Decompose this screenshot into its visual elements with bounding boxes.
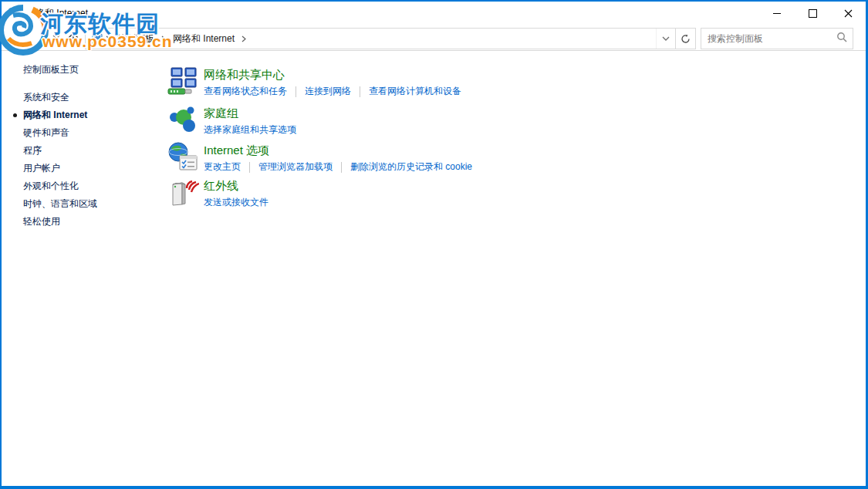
address-bar[interactable]: 控制面板 网络和 Internet	[85, 28, 696, 49]
location-icon	[91, 33, 103, 45]
task-view-network-status[interactable]: 查看网络状态和任务	[204, 85, 287, 98]
close-icon	[844, 9, 853, 18]
breadcrumb-separator-icon	[239, 35, 248, 42]
sidebar-item-system-security[interactable]: 系统和安全	[2, 89, 165, 106]
sidebar-item-ease-of-access[interactable]: 轻松使用	[2, 213, 165, 231]
content-area: 控制面板主页 系统和安全 网络和 Internet 硬件和声音 程序 用户帐户 …	[2, 51, 866, 486]
main-panel: 网络和共享中心 查看网络状态和任务 连接到网络 查看网络计算机和设备	[167, 51, 866, 486]
minimize-button[interactable]	[759, 2, 795, 25]
up-button[interactable]	[65, 25, 82, 49]
search-icon[interactable]	[836, 32, 847, 46]
chevron-down-icon	[52, 35, 60, 39]
recent-locations-button[interactable]	[49, 25, 63, 49]
sidebar-item-clock-language-region[interactable]: 时钟、语言和区域	[2, 195, 165, 213]
sidebar-item-control-panel-home[interactable]: 控制面板主页	[2, 61, 165, 79]
homegroup-link[interactable]: 家庭组	[204, 106, 296, 121]
infrared-icon	[167, 177, 199, 208]
section-infrared: 红外线 发送或接收文件	[167, 177, 269, 209]
back-button[interactable]	[9, 25, 28, 49]
sidebar-item-network-internet[interactable]: 网络和 Internet	[2, 106, 165, 124]
infrared-link[interactable]: 红外线	[204, 178, 269, 194]
sidebar-item-user-accounts[interactable]: 用户帐户	[2, 160, 165, 177]
network-sharing-center-icon	[167, 66, 199, 97]
internet-options-icon	[167, 142, 199, 173]
breadcrumb-separator-icon	[159, 35, 168, 42]
section-network-sharing-center: 网络和共享中心 查看网络状态和任务 连接到网络 查看网络计算机和设备	[167, 66, 461, 98]
link-separator	[341, 162, 342, 173]
window-title: 网络和 Internet	[26, 7, 88, 20]
link-separator	[360, 86, 360, 97]
close-button[interactable]	[830, 2, 866, 25]
task-send-receive-files[interactable]: 发送或接收文件	[204, 196, 269, 209]
navigation-toolbar: 控制面板 网络和 Internet	[2, 25, 866, 51]
maximize-button[interactable]	[795, 2, 830, 25]
sidebar: 控制面板主页 系统和安全 网络和 Internet 硬件和声音 程序 用户帐户 …	[2, 51, 165, 486]
link-separator	[296, 86, 296, 97]
breadcrumb-network-and-internet[interactable]: 网络和 Internet	[168, 32, 239, 46]
search-input[interactable]	[701, 29, 836, 49]
section-internet-options: Internet 选项 更改主页 管理浏览器加载项 删除浏览的历史记录和 coo…	[167, 142, 472, 174]
search-box	[701, 28, 853, 49]
address-dropdown-button[interactable]	[656, 29, 675, 49]
minimize-icon	[773, 13, 781, 14]
task-view-network-computers[interactable]: 查看网络计算机和设备	[369, 85, 461, 98]
task-connect-to-network[interactable]: 连接到网络	[305, 85, 351, 98]
up-arrow-icon	[68, 32, 79, 43]
window-controls	[759, 2, 866, 25]
link-separator	[249, 162, 250, 173]
title-bar: 网络和 Internet	[2, 2, 866, 25]
network-sharing-center-link[interactable]: 网络和共享中心	[204, 67, 461, 83]
breadcrumb-separator-icon	[103, 35, 113, 42]
section-homegroup: 家庭组 选择家庭组和共享选项	[167, 105, 296, 137]
refresh-button[interactable]	[675, 29, 695, 49]
task-choose-homegroup-options[interactable]: 选择家庭组和共享选项	[204, 123, 296, 137]
refresh-icon	[681, 34, 691, 44]
breadcrumb-control-panel[interactable]: 控制面板	[113, 32, 159, 46]
task-change-homepage[interactable]: 更改主页	[204, 160, 241, 174]
sidebar-item-hardware-sound[interactable]: 硬件和声音	[2, 124, 165, 142]
task-manage-browser-addons[interactable]: 管理浏览器加载项	[258, 160, 333, 174]
sidebar-item-appearance-personalization[interactable]: 外观和个性化	[2, 177, 165, 195]
maximize-icon	[809, 9, 817, 18]
chevron-down-icon	[662, 36, 670, 41]
task-delete-history-cookies[interactable]: 删除浏览的历史记录和 cookie	[350, 160, 472, 174]
back-arrow-icon	[12, 32, 25, 42]
internet-options-link[interactable]: Internet 选项	[204, 143, 472, 158]
control-panel-app-icon	[8, 7, 21, 19]
control-panel-window: 网络和 Internet	[2, 2, 866, 486]
sidebar-item-programs[interactable]: 程序	[2, 142, 165, 160]
homegroup-icon	[167, 105, 199, 136]
